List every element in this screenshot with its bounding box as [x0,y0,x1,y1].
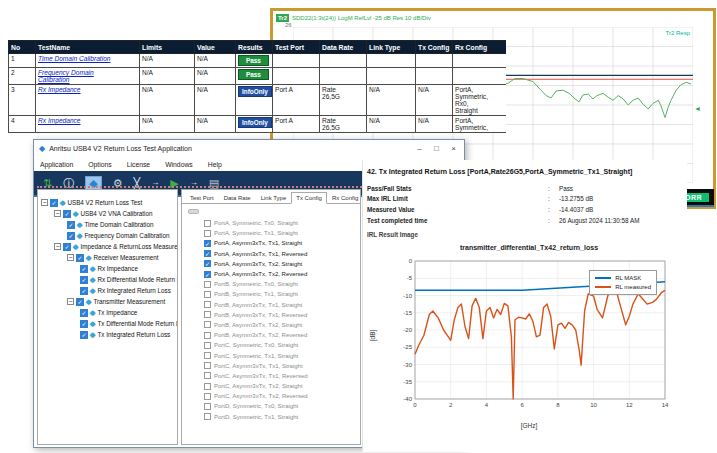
config-option[interactable]: ✓PortA, Asymm3xTx, Tx1, Straight [182,238,360,248]
close-button[interactable]: × [445,142,462,156]
menu-options[interactable]: Options [82,161,120,168]
tree-item[interactable]: ✓◆Frequency Domain Calibration [38,230,177,241]
checkbox-unchecked-icon[interactable] [204,220,211,227]
tree-item-label: Tx Integrated Return Loss [97,331,170,338]
checkbox-checked-icon[interactable]: ✓ [204,240,211,247]
tree-item[interactable]: ✓◆Tx Impedance [38,307,177,318]
tab-tx-config[interactable]: Tx Config [291,192,327,204]
tx-config-cell [416,54,453,68]
tree-item[interactable]: ✓◆Time Domain Calibration [38,219,177,230]
maximize-button[interactable]: □ [428,142,445,156]
config-option[interactable]: ✓PortA, Asymm3xTx, Tx2, Straight [182,259,360,269]
test-name-link[interactable]: Rx Impedance [38,117,81,124]
config-option[interactable]: PortC, Symmetric, Tx0, Straight [182,340,360,350]
checkbox-checked-icon[interactable]: ✓ [80,331,88,339]
checkbox-checked-icon[interactable]: ✓ [76,298,84,306]
collapse-expander-icon[interactable]: − [67,298,74,305]
column-header: Link Type [367,41,416,54]
checkbox-checked-icon[interactable]: ✓ [80,287,88,295]
checkbox-checked-icon[interactable]: ✓ [204,250,211,257]
tab-rx-config[interactable]: Rx Config [327,192,361,203]
checkbox-unchecked-icon[interactable] [204,301,211,308]
checkbox-checked-icon[interactable]: ✓ [76,254,84,262]
checkbox-checked-icon[interactable]: ✓ [204,271,211,278]
collapse-expander-icon[interactable]: − [54,210,61,217]
test-name-link[interactable]: Frequency Domain Calibration [38,69,94,83]
svg-text:10: 10 [590,402,597,408]
checkbox-unchecked-icon[interactable] [204,321,211,328]
tab-data-rate[interactable]: Data Rate [219,192,256,203]
checkbox-checked-icon[interactable]: ✓ [67,232,75,240]
config-option[interactable]: PortB, Asymm3xTx, Tx1, Straight [182,300,360,310]
tree-item[interactable]: −✓◆Receiver Measurement [38,252,177,263]
config-option[interactable]: PortC, Asymm3xTx, Tx1, Reversed [182,371,360,381]
menu-license[interactable]: License [121,161,159,168]
result-status-badge: InfoOnly [238,117,272,128]
collapse-expander-icon[interactable]: − [67,254,74,261]
checkbox-unchecked-icon[interactable] [204,342,211,349]
config-option[interactable]: ✓PortA, Asymm3xTx, Tx1, Reversed [182,249,360,259]
config-option[interactable]: ✓PortA, Asymm3xTx, Tx2, Reversed [182,269,360,279]
tree-item[interactable]: ✓◆Rx Differential Mode Return Loss [38,274,177,285]
checkbox-unchecked-icon[interactable] [204,362,211,369]
config-option[interactable]: PortB, Symmetric, Tx1, Straight [182,289,360,299]
checkbox-checked-icon[interactable]: ✓ [204,260,211,267]
test-name-link[interactable]: Time Domain Calibration [38,55,111,62]
config-option[interactable]: PortC, Symmetric, Tx1, Straight [182,350,360,360]
group-collapse-handle[interactable] [188,209,199,214]
tree-item[interactable]: ✓◆Tx Integrated Return Loss [38,329,177,340]
tree-item[interactable]: ✓◆Rx Impedance [38,263,177,274]
config-option-label: PortC, Symmetric, Tx0, Straight [214,342,298,348]
menu-application[interactable]: Application [34,161,82,168]
tree-item[interactable]: −✓◆USB4 V2 Return Loss Test [38,197,177,208]
checkbox-unchecked-icon[interactable] [204,372,211,379]
test-name-link[interactable]: Rx Impedance [38,86,81,93]
tree-item[interactable]: −✓◆Impedance & ReturnLoss Measurement [38,241,177,252]
trace-badge: Tr2 [276,14,289,22]
tree-item[interactable]: −✓◆Transmitter Measurement [38,296,177,307]
config-option[interactable]: PortB, Symmetric, Tx0, Straight [182,279,360,289]
checkbox-unchecked-icon[interactable] [204,383,211,390]
checkbox-unchecked-icon[interactable] [204,403,211,410]
checkbox-checked-icon[interactable]: ✓ [63,210,71,218]
checkbox-unchecked-icon[interactable] [204,311,211,318]
checkbox-checked-icon[interactable]: ✓ [80,320,88,328]
checkbox-checked-icon[interactable]: ✓ [80,265,88,273]
tree-item[interactable]: ✓◆Rx Integrated Return Loss [38,285,177,296]
tree-item[interactable]: −✓◆USB4 V2 VNA Calibration [38,208,177,219]
checkbox-unchecked-icon[interactable] [204,352,211,359]
config-option[interactable]: PortA, Symmetric, Tx1, Straight [182,228,360,238]
config-option-label: PortC, Asymm3xTx, Tx1, Reversed [214,373,308,379]
tab-test-port[interactable]: Test Port [185,192,219,203]
checkbox-unchecked-icon[interactable] [204,281,211,288]
collapse-expander-icon[interactable]: − [41,199,48,206]
trace-info-bar: Tr2 SDD22(1:3t(24)) LogM RefLvl -25 dB R… [276,13,431,22]
config-option[interactable]: PortC, Asymm3xTx, Tx2, Reversed [182,391,360,401]
minimize-button[interactable]: – [411,142,428,156]
checkbox-checked-icon[interactable]: ✓ [63,243,71,251]
config-option[interactable]: PortB, Asymm3xTx, Tx2, Straight [182,320,360,330]
config-option[interactable]: PortA, Symmetric, Tx0, Straight [182,218,360,228]
menu-help[interactable]: Help [202,161,231,168]
collapse-expander-icon[interactable]: − [54,243,61,250]
checkbox-checked-icon[interactable]: ✓ [50,199,58,207]
checkbox-checked-icon[interactable]: ✓ [67,221,75,229]
config-option[interactable]: PortB, Asymm3xTx, Tx2, Reversed [182,330,360,340]
config-option-label: PortC, Asymm3xTx, Tx1, Straight [214,363,303,369]
checkbox-unchecked-icon[interactable] [204,291,211,298]
checkbox-unchecked-icon[interactable] [204,413,211,420]
checkbox-unchecked-icon[interactable] [204,332,211,339]
checkbox-checked-icon[interactable]: ✓ [80,309,88,317]
config-option[interactable]: PortD, Symmetric, Tx0, Straight [182,401,360,411]
checkbox-unchecked-icon[interactable] [204,230,211,237]
config-option[interactable]: PortC, Asymm3xTx, Tx1, Straight [182,361,360,371]
config-option[interactable]: PortB, Asymm3xTx, Tx1, Reversed [182,310,360,320]
tree-item[interactable]: ✓◆Tx Differential Mode Return Loss [38,318,177,329]
menu-windows[interactable]: Windows [159,161,202,168]
checkbox-unchecked-icon[interactable] [204,393,211,400]
title-bar[interactable]: ◆ Anritsu USB4 V2 Return Loss Test Appli… [34,140,464,157]
config-option[interactable]: PortC, Asymm3xTx, Tx2, Straight [182,381,360,391]
checkbox-checked-icon[interactable]: ✓ [80,276,88,284]
config-option[interactable]: PortD, Symmetric, Tx1, Straight [182,412,360,422]
tab-link-type[interactable]: Link Type [256,192,292,203]
